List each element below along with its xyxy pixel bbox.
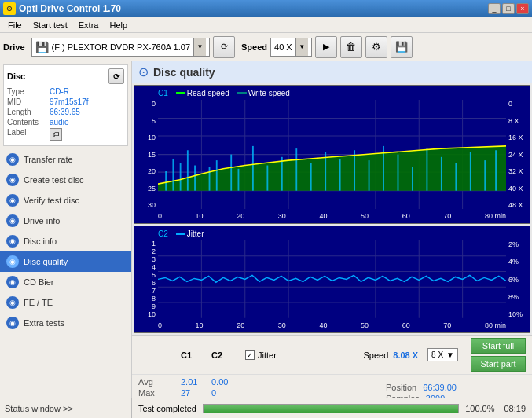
svg-rect-15 bbox=[172, 159, 174, 191]
label-label: Label bbox=[7, 128, 46, 141]
speed-label: Speed bbox=[363, 350, 388, 360]
nav-extra-tests[interactable]: ◉ Extra tests bbox=[0, 313, 131, 333]
nav-fe-te[interactable]: ◉ FE / TE bbox=[0, 292, 131, 313]
svg-rect-25 bbox=[281, 157, 283, 191]
content-area: ⊙ Disc quality C1 Read speed Write speed bbox=[132, 61, 532, 398]
refresh-button[interactable]: ⟳ bbox=[213, 36, 235, 58]
position-value: 66:39.00 bbox=[423, 383, 457, 392]
fe-te-icon: ◉ bbox=[6, 296, 19, 309]
speed-dropdown-arrow[interactable]: ▼ bbox=[295, 38, 308, 56]
drive-info-icon: ◉ bbox=[6, 214, 19, 227]
nav-drive-info[interactable]: ◉ Drive info bbox=[0, 211, 131, 231]
jitter-label: Jitter bbox=[258, 350, 277, 360]
minimize-button[interactable]: _ bbox=[488, 3, 501, 14]
status-window-button[interactable]: Status window >> bbox=[5, 404, 73, 413]
samples-label: Samples bbox=[386, 394, 420, 398]
svg-rect-40 bbox=[495, 150, 497, 190]
jitter-checkbox[interactable]: ✓ bbox=[245, 350, 255, 360]
avg-c1: 2.01 bbox=[181, 377, 208, 387]
svg-rect-16 bbox=[180, 163, 182, 190]
write-speed-legend-label: Write speed bbox=[248, 89, 290, 97]
status-window-section[interactable]: Status window >> bbox=[0, 398, 132, 418]
max-c1: 27 bbox=[181, 388, 208, 398]
sidebar-nav: ◉ Transfer rate ◉ Create test disc ◉ Ver… bbox=[0, 149, 131, 398]
speed-label: Speed bbox=[241, 42, 267, 52]
chart-c1: C1 Read speed Write speed 30 25 20 15 bbox=[134, 85, 530, 224]
nav-transfer-rate[interactable]: ◉ Transfer rate bbox=[0, 149, 131, 170]
nav-disc-quality[interactable]: ◉ Disc quality bbox=[0, 251, 131, 272]
cd-bier-icon: ◉ bbox=[6, 276, 19, 288]
svg-rect-27 bbox=[310, 163, 312, 190]
close-button[interactable]: × bbox=[516, 3, 529, 14]
chart-top-svg bbox=[158, 100, 506, 209]
progress-bar-fill bbox=[204, 405, 458, 412]
jitter-legend-line bbox=[176, 233, 185, 235]
stats-values-col: Avg 2.01 0.00 Max 27 0 Total 8053 0 bbox=[138, 377, 248, 398]
menu-start-test[interactable]: Start test bbox=[28, 20, 72, 31]
progress-bar bbox=[203, 404, 459, 413]
erase-button[interactable]: 🗑 bbox=[340, 36, 362, 58]
svg-rect-29 bbox=[339, 159, 341, 191]
svg-rect-39 bbox=[484, 160, 486, 191]
content-header: ⊙ Disc quality bbox=[132, 61, 532, 83]
content-title: Disc quality bbox=[153, 66, 215, 79]
save-button[interactable]: 💾 bbox=[391, 36, 413, 58]
svg-rect-19 bbox=[209, 167, 211, 191]
svg-rect-31 bbox=[369, 160, 370, 191]
samples-value: 3999 bbox=[426, 394, 445, 398]
main-layout: Disc ⟳ Type CD-R MID 97m15s17f Length 66… bbox=[0, 61, 532, 398]
svg-rect-33 bbox=[398, 155, 399, 191]
jitter-checkbox-container[interactable]: ✓ Jitter bbox=[245, 350, 277, 360]
go-button[interactable]: ▶ bbox=[315, 36, 337, 58]
verify-test-disc-icon: ◉ bbox=[6, 194, 19, 207]
menu-help[interactable]: Help bbox=[105, 20, 132, 31]
label-button[interactable]: 🏷 bbox=[50, 128, 62, 141]
svg-rect-23 bbox=[252, 146, 254, 191]
drive-dropdown-arrow[interactable]: ▼ bbox=[193, 38, 206, 56]
chart-top-y-left: 30 25 20 15 10 5 0 bbox=[134, 100, 158, 209]
disc-length-row: Length 66:39.65 bbox=[7, 108, 124, 116]
svg-rect-36 bbox=[441, 157, 442, 191]
menu-extra[interactable]: Extra bbox=[74, 20, 104, 31]
toolbar: Drive 💾 (F:) PLEXTOR DVDR PX-760A 1.07 ▼… bbox=[0, 33, 532, 61]
speed-value: 8.08 X bbox=[393, 350, 418, 360]
max-c2: 0 bbox=[211, 388, 239, 398]
start-part-button[interactable]: Start part bbox=[471, 356, 526, 372]
chart-bottom-x-axis: 0 10 20 30 40 50 60 70 80 min bbox=[158, 318, 506, 332]
nav-verify-test-disc[interactable]: ◉ Verify test disc bbox=[0, 190, 131, 211]
svg-rect-21 bbox=[230, 155, 232, 191]
legend-c1-label: C1 bbox=[158, 89, 168, 97]
start-full-button[interactable]: Start full bbox=[471, 338, 526, 354]
nav-create-test-disc[interactable]: ◉ Create test disc bbox=[0, 170, 131, 190]
drive-value: (F:) PLEXTOR DVDR PX-760A 1.07 bbox=[52, 42, 190, 52]
col-c1-label: C1 bbox=[181, 350, 208, 360]
svg-rect-14 bbox=[165, 171, 167, 191]
mid-label: MID bbox=[7, 97, 46, 106]
maximize-button[interactable]: □ bbox=[502, 3, 515, 14]
drive-select-container[interactable]: 💾 (F:) PLEXTOR DVDR PX-760A 1.07 ▼ bbox=[31, 38, 210, 57]
position-label: Position bbox=[386, 383, 416, 392]
chart-top-x-axis: 0 10 20 30 40 50 60 70 80 min bbox=[158, 209, 506, 223]
disc-quality-header-icon: ⊙ bbox=[138, 64, 149, 79]
svg-rect-22 bbox=[238, 169, 240, 191]
svg-rect-30 bbox=[354, 150, 355, 190]
disc-panel-header: Disc ⟳ bbox=[7, 68, 124, 84]
svg-rect-37 bbox=[455, 163, 457, 190]
create-test-disc-icon: ◉ bbox=[6, 174, 19, 186]
progress-section: Test completed 100.0% 08:19 bbox=[132, 398, 532, 418]
disc-info-icon: ◉ bbox=[6, 235, 19, 248]
chart-top-y-right: 48 X 40 X 32 X 24 X 16 X 8 X 0 bbox=[506, 100, 530, 209]
disc-refresh-button[interactable]: ⟳ bbox=[108, 68, 124, 84]
disc-quality-icon: ◉ bbox=[6, 255, 19, 268]
nav-disc-info[interactable]: ◉ Disc info bbox=[0, 231, 131, 251]
col-c2-label: C2 bbox=[211, 350, 239, 360]
window-controls[interactable]: _ □ × bbox=[488, 3, 529, 14]
stats-bar: C1 C2 ✓ Jitter Speed 8.08 X 8 X ▼ Start … bbox=[132, 335, 532, 398]
nav-cd-bier[interactable]: ◉ CD Bier bbox=[0, 272, 131, 292]
chart-bottom-svg bbox=[158, 240, 506, 318]
speed-dropdown[interactable]: 8 X ▼ bbox=[427, 348, 458, 361]
speed-select-container[interactable]: 40 X ▼ bbox=[270, 38, 312, 57]
menu-file[interactable]: File bbox=[3, 20, 27, 31]
settings-button[interactable]: ⚙ bbox=[365, 36, 387, 58]
progress-text: 100.0% bbox=[465, 404, 494, 413]
